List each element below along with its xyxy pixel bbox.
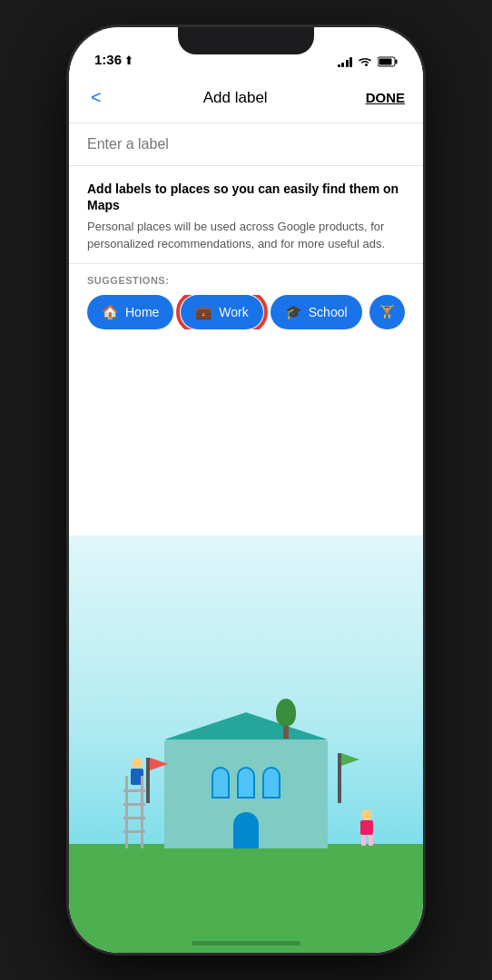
flag-left <box>146 758 150 803</box>
building <box>155 740 337 848</box>
building-windows <box>164 740 328 799</box>
person-ladder <box>123 776 145 848</box>
building-roof <box>164 712 328 740</box>
person-right-legs <box>360 835 373 846</box>
building-main <box>164 740 328 848</box>
person-right-body <box>360 820 373 835</box>
location-icon <box>124 55 133 64</box>
status-bar: 1:36 <box>69 27 423 73</box>
tree-trunk <box>283 726 289 739</box>
ladder-rung-2 <box>123 803 145 806</box>
ladder-rung-1 <box>123 789 145 792</box>
gym-chip-icon: 🏋 <box>379 304 396 320</box>
label-input[interactable] <box>87 136 405 152</box>
ladder-rung-3 <box>123 817 145 819</box>
suggestion-chip-school[interactable]: 🎓 School <box>271 295 362 329</box>
suggestion-chip-home[interactable]: 🏠 Home <box>87 295 173 329</box>
building-door <box>233 812 259 848</box>
arch-window-1 <box>212 767 230 799</box>
person-right <box>360 809 373 846</box>
home-chip-label: Home <box>125 305 159 319</box>
signal-icon <box>338 56 353 67</box>
nav-bar: < Add label DONE <box>69 73 423 123</box>
suggestion-chip-work[interactable]: 💼 Work <box>181 295 262 329</box>
battery-icon <box>378 56 398 67</box>
screen: 1:36 <box>69 27 423 953</box>
svg-rect-3 <box>379 59 392 65</box>
home-chip-icon: 🏠 <box>102 304 119 320</box>
ground <box>69 844 423 953</box>
work-chip-icon: 💼 <box>195 304 212 320</box>
suggestions-label: SUGGESTIONS: <box>87 275 405 286</box>
status-time: 1:36 <box>94 52 133 67</box>
tree-top <box>276 699 296 726</box>
leg-1 <box>361 835 366 846</box>
status-icons <box>338 56 399 67</box>
time-display: 1:36 <box>94 52 122 67</box>
phone-frame: 1:36 <box>69 27 423 953</box>
person-left-head <box>132 758 143 769</box>
wifi-icon <box>358 56 372 67</box>
svg-rect-2 <box>396 60 398 64</box>
svg-marker-0 <box>126 55 132 64</box>
suggestions-section: SUGGESTIONS: 🏠 Home 💼 Work 🎓 School <box>69 264 423 338</box>
ladder-rung-4 <box>123 830 145 833</box>
school-chip-label: School <box>309 305 348 319</box>
work-chip-label: Work <box>219 305 248 319</box>
tree <box>276 699 296 739</box>
home-indicator <box>192 941 300 946</box>
notch <box>178 27 314 54</box>
suggestions-row: 🏠 Home 💼 Work 🎓 School 🏋 <box>87 295 405 329</box>
info-description: Personal places will be used across Goog… <box>87 219 405 251</box>
person-right-head <box>361 809 372 820</box>
page-title: Add label <box>203 89 268 107</box>
arch-window-3 <box>262 767 280 799</box>
info-section: Add labels to places so you can easily f… <box>69 166 423 264</box>
suggestion-chip-gym[interactable]: 🏋 <box>369 295 405 329</box>
school-chip-icon: 🎓 <box>285 304 302 320</box>
leg-2 <box>369 835 373 846</box>
done-button[interactable]: DONE <box>366 90 405 105</box>
flag-right <box>338 753 341 803</box>
label-input-section <box>69 123 423 166</box>
ladder <box>123 776 145 848</box>
illustration-area <box>69 535 423 953</box>
arch-window-2 <box>237 767 255 799</box>
info-title: Add labels to places so you can easily f… <box>87 181 405 213</box>
back-button[interactable]: < <box>87 83 105 112</box>
